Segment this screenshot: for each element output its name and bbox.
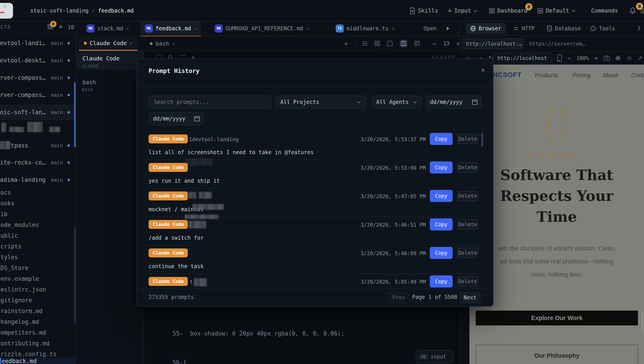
copy-button[interactable]: Copy bbox=[430, 133, 453, 145]
add-project-button[interactable]: + bbox=[59, 23, 63, 31]
mosaic-layout-icon[interactable] bbox=[414, 41, 420, 47]
tab-database[interactable]: Database bbox=[547, 23, 581, 34]
session-item-claude[interactable]: Claude Code CLAUDE bbox=[76, 53, 144, 70]
close-icon[interactable]: × bbox=[306, 26, 309, 31]
sidebar-file[interactable]: gitignore bbox=[0, 295, 76, 306]
site-nav-pricing[interactable]: Pricing bbox=[572, 72, 590, 79]
address-bar[interactable]: http://localhost bbox=[494, 53, 552, 63]
tab-browser[interactable]: Browser bbox=[466, 23, 506, 34]
bell-icon[interactable] bbox=[629, 7, 636, 15]
menu-dashboard[interactable]: Dashboard bbox=[489, 0, 528, 21]
open-external-icon[interactable]: ↗ bbox=[638, 55, 642, 62]
tab-http[interactable]: HTTP bbox=[513, 23, 535, 34]
sidebar-project[interactable]: tpass main bbox=[0, 138, 76, 153]
sidebar-project[interactable]: evtool-deskt… main bbox=[0, 53, 76, 68]
sidebar-file[interactable]: ontributing.md bbox=[0, 338, 76, 349]
copy-button[interactable]: Copy bbox=[430, 190, 453, 202]
copy-button[interactable]: Copy bbox=[430, 275, 453, 287]
chevron-right-icon[interactable] bbox=[637, 25, 641, 31]
next-button[interactable]: Next bbox=[459, 292, 481, 303]
tab-stack-md[interactable]: MD stack.md × bbox=[82, 21, 133, 36]
menu-skills[interactable]: Skills bbox=[410, 0, 438, 21]
tab-feedback-md[interactable]: MD feedback.md × bbox=[141, 21, 201, 36]
sidebar-file[interactable]: eslintrc.json bbox=[0, 284, 76, 295]
sidebar-file[interactable]: ode_modules bbox=[0, 220, 76, 230]
menu-input[interactable]: + Input bbox=[448, 0, 478, 21]
delete-button[interactable]: Delete bbox=[457, 191, 478, 201]
close-icon[interactable]: × bbox=[172, 41, 175, 46]
copy-button[interactable]: Copy bbox=[430, 161, 453, 173]
close-icon[interactable]: × bbox=[126, 26, 129, 31]
delete-button[interactable]: Delete bbox=[457, 134, 478, 144]
sidebar-file[interactable]: ooks bbox=[0, 198, 76, 209]
tab-bash[interactable]: bash × bbox=[148, 36, 177, 51]
sidebar-file[interactable]: tyles bbox=[0, 252, 76, 263]
tab-gumroad-api-reference-md[interactable]: MD GUMROAD_API_REFERENCE.md × bbox=[211, 21, 313, 36]
app-icon[interactable]: 1 bbox=[0, 3, 13, 19]
delete-button[interactable]: Delete bbox=[457, 276, 478, 287]
delete-button[interactable]: Delete bbox=[457, 162, 478, 172]
sidebar-file-active[interactable]: eedback.md bbox=[0, 358, 76, 364]
font-decrease-button[interactable]: − bbox=[432, 40, 436, 48]
react-devtools-icon[interactable] bbox=[615, 55, 621, 61]
sidebar-file[interactable]: ublic bbox=[0, 230, 76, 241]
date-from-input[interactable]: dd/mm/yyyy bbox=[426, 96, 482, 109]
sidebar-project[interactable]: evtool-landi… main bbox=[0, 35, 76, 51]
close-icon[interactable]: × bbox=[130, 40, 133, 46]
url-tab-servercom[interactable]: https://servercom… bbox=[527, 38, 587, 49]
gear-icon[interactable] bbox=[626, 55, 632, 61]
menu-default[interactable]: Default bbox=[537, 0, 576, 21]
sidebar-file[interactable]: DS_Store bbox=[0, 263, 76, 273]
add-pane-button[interactable]: + bbox=[344, 40, 348, 48]
sidebar-file[interactable]: hangelog.md bbox=[0, 316, 76, 327]
url-tab-localhost[interactable]: http://localhost:… bbox=[462, 38, 523, 49]
sidebar-project[interactable]: rver-compass… main bbox=[0, 87, 76, 103]
list-layout-icon[interactable] bbox=[362, 41, 368, 46]
delete-button[interactable]: Delete bbox=[457, 248, 478, 258]
sidebar-project[interactable]: ite-rocks-co… main bbox=[0, 155, 76, 170]
copy-button[interactable]: Copy bbox=[430, 247, 453, 259]
copy-button[interactable]: Copy bbox=[430, 218, 453, 231]
date-to-input[interactable]: dd/mm/yyyy bbox=[149, 112, 204, 125]
hamburger-icon[interactable] bbox=[640, 9, 644, 14]
sidebar-file[interactable]: rainstorm.md bbox=[0, 306, 76, 316]
session-item-bash[interactable]: bash BASH bbox=[76, 76, 144, 94]
breadcrumb-project[interactable]: stoic-soft-landing bbox=[30, 8, 88, 14]
site-nav-products[interactable]: Products bbox=[535, 72, 558, 79]
close-icon[interactable]: × bbox=[392, 26, 394, 31]
projects-filter-select[interactable]: All Projects bbox=[276, 96, 366, 109]
sidebar-file[interactable]: ompetitors.md bbox=[0, 327, 76, 338]
tab-tools[interactable]: Tools bbox=[590, 23, 615, 34]
scrollbar-thumb[interactable] bbox=[74, 82, 76, 147]
menu-commands[interactable]: Commands bbox=[591, 0, 618, 21]
scrollbar-thumb[interactable] bbox=[481, 133, 483, 147]
our-philosophy-button[interactable]: Our Philosophy bbox=[476, 345, 638, 364]
site-nav-contact[interactable]: Contact bbox=[631, 72, 644, 79]
single-pane-icon[interactable] bbox=[387, 41, 393, 47]
breadcrumb-file[interactable]: feedback.md bbox=[98, 8, 134, 14]
sidebar-project[interactable]: adima-landing main bbox=[0, 172, 76, 188]
close-icon[interactable]: × bbox=[194, 26, 197, 31]
screenshot-icon[interactable] bbox=[604, 55, 610, 61]
close-icon[interactable]: × bbox=[481, 66, 485, 74]
explore-our-work-button[interactable]: Explore Our Work bbox=[476, 311, 638, 325]
mobile-icon[interactable] bbox=[557, 55, 562, 62]
sidebar-project-active[interactable]: oic-soft-lan… main bbox=[0, 104, 76, 120]
scrollbar-thumb[interactable] bbox=[74, 227, 76, 323]
grid-layout-icon[interactable] bbox=[374, 41, 380, 47]
sidebar-file[interactable]: ocs bbox=[0, 187, 76, 198]
tab-middleware-ts[interactable]: TS middleware.ts × bbox=[332, 21, 398, 36]
delete-button[interactable]: Delete bbox=[457, 219, 478, 230]
prev-button[interactable]: Prev bbox=[388, 292, 410, 303]
scrollbar-thumb[interactable] bbox=[642, 311, 643, 332]
sidebar-file[interactable]: env.example bbox=[0, 273, 76, 284]
input-button[interactable]: ⌘I input bbox=[416, 350, 453, 363]
zoom-out-button[interactable]: − bbox=[567, 55, 571, 62]
split-pane-icon[interactable] bbox=[400, 40, 408, 48]
sidebar-file[interactable]: ib bbox=[0, 209, 76, 220]
open-button[interactable]: Open bbox=[424, 21, 449, 36]
agents-filter-select[interactable]: All Agents bbox=[372, 96, 422, 109]
tab-claude-code[interactable]: Claude Code × bbox=[79, 36, 138, 51]
sidebar-project[interactable]: rver-compass… main bbox=[0, 70, 76, 86]
sidebar-file[interactable]: cripts bbox=[0, 241, 76, 252]
